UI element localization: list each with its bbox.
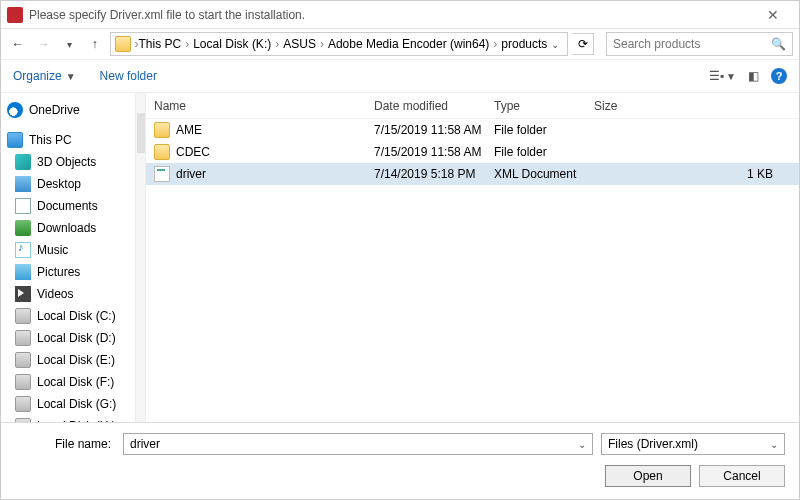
folder-icon [154,144,170,160]
col-name[interactable]: Name [154,99,374,113]
chevron-down-icon: ⌄ [770,439,778,450]
titlebar: Please specify Driver.xml file to start … [1,1,799,29]
splitter-knob-icon [137,113,145,153]
navigation-tree[interactable]: OneDrive This PC 3D Objects Desktop Docu… [1,93,136,422]
music-icon [15,242,31,258]
toolbar: Organize ▼ New folder ☰▪ ▼ ◧ ? [1,59,799,93]
tree-drive-c[interactable]: Local Disk (C:) [1,305,135,327]
cloud-icon [7,102,23,118]
tree-thispc[interactable]: This PC [1,129,135,151]
search-input[interactable]: Search products 🔍 [606,32,793,56]
drive-icon [15,374,31,390]
organize-menu[interactable]: Organize ▼ [13,69,76,83]
crumb-1[interactable]: Local Disk (K:) [193,37,271,51]
tree-videos[interactable]: Videos [1,283,135,305]
chevron-down-icon: ⌄ [578,439,586,450]
file-row[interactable]: driver 7/14/2019 5:18 PMXML Document1 KB [146,163,799,185]
breadcrumb: This PC› Local Disk (K:)› ASUS› Adobe Me… [139,37,548,51]
column-headers[interactable]: Name Date modified Type Size [146,93,799,119]
documents-icon [15,198,31,214]
address-bar[interactable]: › This PC› Local Disk (K:)› ASUS› Adobe … [110,32,569,56]
tree-onedrive[interactable]: OneDrive [1,99,135,121]
dialog-footer: File name: driver⌄ Files (Driver.xml)⌄ O… [1,422,799,499]
address-dropdown[interactable]: ⌄ [547,37,563,51]
folder-icon [154,122,170,138]
file-open-dialog: Please specify Driver.xml file to start … [0,0,800,500]
col-type[interactable]: Type [494,99,594,113]
downloads-icon [15,220,31,236]
tree-drive-g[interactable]: Local Disk (G:) [1,393,135,415]
app-icon [7,7,23,23]
file-list[interactable]: AME 7/15/2019 11:58 AMFile folder CDEC 7… [146,119,799,422]
desktop-icon [15,176,31,192]
drive-icon [15,396,31,412]
videos-icon [15,286,31,302]
refresh-button[interactable]: ⟳ [572,33,594,55]
open-button[interactable]: Open [605,465,691,487]
close-button[interactable]: ✕ [753,7,793,23]
tree-splitter[interactable] [136,93,146,422]
col-size[interactable]: Size [594,99,799,113]
folder-icon [115,36,131,52]
file-row[interactable]: CDEC 7/15/2019 11:58 AMFile folder [146,141,799,163]
tree-pictures[interactable]: Pictures [1,261,135,283]
xml-file-icon [154,166,170,182]
drive-icon [15,352,31,368]
tree-downloads[interactable]: Downloads [1,217,135,239]
filename-label: File name: [15,437,115,451]
crumb-0[interactable]: This PC [139,37,182,51]
file-row[interactable]: AME 7/15/2019 11:58 AMFile folder [146,119,799,141]
back-button[interactable]: ← [7,33,29,55]
preview-pane-button[interactable]: ◧ [748,69,759,83]
navigation-bar: ← → ▾ ↑ › This PC› Local Disk (K:)› ASUS… [1,29,799,59]
forward-button[interactable]: → [33,33,55,55]
drive-icon [15,308,31,324]
col-date[interactable]: Date modified [374,99,494,113]
new-folder-button[interactable]: New folder [100,69,157,83]
drive-icon [15,330,31,346]
dialog-title: Please specify Driver.xml file to start … [29,8,753,22]
crumb-2[interactable]: ASUS [283,37,316,51]
tree-desktop[interactable]: Desktop [1,173,135,195]
file-list-pane: Name Date modified Type Size AME 7/15/20… [146,93,799,422]
help-button[interactable]: ? [771,68,787,84]
recent-dropdown[interactable]: ▾ [58,33,80,55]
crumb-3[interactable]: Adobe Media Encoder (win64) [328,37,489,51]
tree-drive-e[interactable]: Local Disk (E:) [1,349,135,371]
filetype-filter[interactable]: Files (Driver.xml)⌄ [601,433,785,455]
cancel-button[interactable]: Cancel [699,465,785,487]
tree-3dobjects[interactable]: 3D Objects [1,151,135,173]
tree-drive-h[interactable]: Local Disk (H:) [1,415,135,422]
pictures-icon [15,264,31,280]
tree-drive-f[interactable]: Local Disk (F:) [1,371,135,393]
search-icon: 🔍 [771,37,786,51]
tree-drive-d[interactable]: Local Disk (D:) [1,327,135,349]
filename-input[interactable]: driver⌄ [123,433,593,455]
cube-icon [15,154,31,170]
pc-icon [7,132,23,148]
tree-music[interactable]: Music [1,239,135,261]
crumb-4[interactable]: products [501,37,547,51]
view-mode-button[interactable]: ☰▪ ▼ [709,69,736,83]
dialog-body: OneDrive This PC 3D Objects Desktop Docu… [1,93,799,422]
up-button[interactable]: ↑ [84,33,106,55]
search-placeholder: Search products [613,37,700,51]
tree-documents[interactable]: Documents [1,195,135,217]
